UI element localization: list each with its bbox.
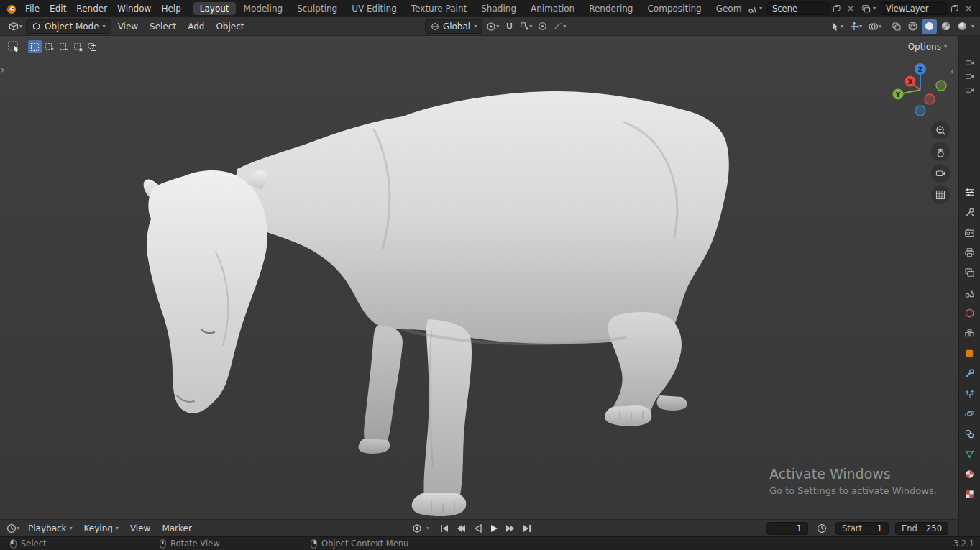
menu-keying[interactable]: Keying ▾ [79,523,124,533]
select-mode-extend-button[interactable] [42,40,56,53]
jump-to-start-button[interactable] [437,522,452,535]
menu-object[interactable]: Object [211,22,249,32]
remove-viewlayer-button[interactable]: × [963,2,974,15]
tab-compositing[interactable]: Compositing [641,2,707,15]
transform-orientation-selector[interactable]: Global ▾ [425,19,482,34]
current-frame-field[interactable]: 1 [766,522,808,535]
tab-modeling[interactable]: Modeling [237,2,290,15]
properties-tab-view-layer[interactable] [959,262,980,283]
proportional-editing-button[interactable] [536,19,549,34]
properties-tab-modifiers[interactable] [959,363,980,383]
tab-sculpting[interactable]: Sculpting [290,2,344,15]
active-tool-button[interactable] [7,40,21,54]
menu-file[interactable]: File [20,0,45,17]
frame-start-field[interactable]: Start 1 [835,522,889,535]
properties-tab-output[interactable] [959,242,980,262]
proportional-falloff-button[interactable]: ▾ [551,19,568,34]
timeline-editor-type-button[interactable]: ▾ [4,521,22,536]
gizmo-axis-z-neg-ball[interactable] [915,106,925,116]
menu-add[interactable]: Add [183,22,209,32]
mode-selector[interactable]: Object Mode ▾ [26,19,111,34]
menu-playback[interactable]: Playback ▾ [23,523,78,533]
properties-tab-object[interactable] [959,343,980,363]
toolbar-expand-arrow[interactable]: › [1,65,5,75]
viewport-3d[interactable]: › ‹ Z X Y [0,36,958,519]
properties-editor-type-button[interactable] [959,182,980,202]
shading-material-button[interactable] [938,19,953,34]
new-viewlayer-button[interactable] [949,2,961,15]
sidebar-expand-arrow[interactable]: ‹ [951,66,955,76]
properties-tab-scene[interactable] [959,283,980,303]
properties-tab-material[interactable] [959,464,980,484]
pivot-point-button[interactable]: ▾ [484,19,501,34]
properties-tab-particles[interactable] [959,383,980,403]
menu-timeline-view[interactable]: View [125,523,155,533]
gizmo-axis-x-neg-ball[interactable] [925,94,935,104]
snap-settings-button[interactable]: ▾ [518,19,534,34]
jump-to-end-button[interactable] [520,522,534,535]
object-visibility-button[interactable]: ▾ [828,19,846,34]
editor-type-button[interactable]: ▾ [6,19,24,34]
play-reverse-button[interactable] [470,522,485,535]
snap-toggle-button[interactable] [503,19,516,34]
properties-tab-render[interactable] [959,222,980,242]
tab-uv-editing[interactable]: UV Editing [345,2,403,15]
auto-keying-button[interactable] [410,522,424,535]
model-big-cat[interactable] [0,36,958,519]
shading-solid-button[interactable] [922,19,937,34]
new-scene-button[interactable] [831,2,843,15]
outliner-item-camera-3[interactable] [965,83,975,97]
viewlayer-name-field[interactable]: ViewLayer [881,2,947,15]
menu-marker[interactable]: Marker [157,523,196,533]
toggle-ortho-button[interactable] [931,185,950,204]
menu-window[interactable]: Window [112,0,156,17]
menu-edit[interactable]: Edit [45,0,71,17]
tab-geometry-nodes[interactable]: Geometry Noc [710,2,742,15]
shading-dropdown-icon[interactable]: ▾ [971,24,974,29]
unlink-scene-button[interactable]: × [845,2,856,15]
menu-help[interactable]: Help [156,0,186,17]
navigation-gizmo[interactable]: Z X Y [890,60,951,120]
properties-tab-collection[interactable] [959,323,980,343]
zoom-button[interactable] [931,121,950,139]
properties-tab-world[interactable] [959,303,980,323]
viewlayer-browse-button[interactable]: ▾ [858,2,879,15]
tab-layout[interactable]: Layout [193,2,236,15]
select-mode-intersect-button[interactable] [86,40,99,53]
frame-end-field[interactable]: End 250 [895,522,948,535]
properties-tab-physics[interactable] [959,403,980,423]
xray-toggle-button[interactable] [889,19,904,34]
use-preview-range-button[interactable] [815,521,829,536]
shading-wireframe-button[interactable] [905,19,920,34]
tab-animation[interactable]: Animation [524,2,581,15]
properties-tab-texture[interactable] [959,484,980,504]
options-button[interactable]: Options ▾ [904,40,951,53]
tab-texture-paint[interactable]: Texture Paint [405,2,473,15]
outliner-item-camera[interactable] [965,56,975,70]
menu-select[interactable]: Select [145,22,181,32]
overlays-button[interactable]: ▾ [866,19,884,34]
select-mode-subtract-button[interactable] [57,40,70,53]
tab-shading[interactable]: Shading [475,2,523,15]
outliner-item-camera-2[interactable] [965,70,975,83]
scene-browse-button[interactable]: ▾ [745,2,765,15]
next-keyframe-button[interactable] [503,522,518,535]
keying-set-dropdown-icon[interactable]: ▾ [426,526,429,531]
show-gizmo-button[interactable]: ▾ [847,19,864,34]
select-mode-invert-button[interactable] [71,40,85,53]
play-button[interactable] [487,522,501,535]
scene-name-field[interactable]: Scene [767,2,829,15]
camera-view-button[interactable] [931,164,950,183]
tab-rendering[interactable]: Rendering [582,2,639,15]
menu-render[interactable]: Render [71,0,112,17]
blender-logo-icon[interactable] [4,2,17,15]
gizmo-axis-y-neg-ball[interactable] [936,81,946,91]
select-mode-set-button[interactable] [28,40,42,53]
menu-view[interactable]: View [113,22,143,32]
shading-rendered-button[interactable] [955,19,970,34]
properties-tab-constraints[interactable] [959,423,980,444]
properties-tab-tool[interactable] [959,202,980,222]
properties-tab-object-data[interactable] [959,444,980,464]
pan-button[interactable] [931,142,950,161]
prev-keyframe-button[interactable] [454,522,468,535]
